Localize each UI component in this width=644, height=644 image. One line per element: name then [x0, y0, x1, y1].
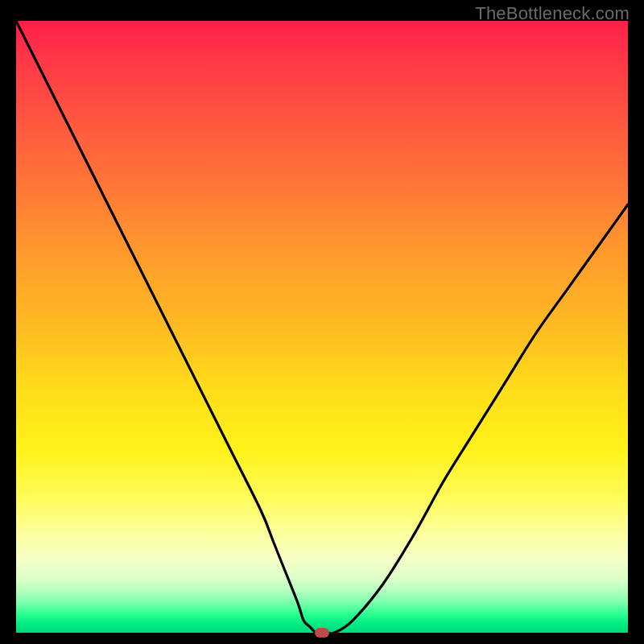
plot-area: [16, 21, 628, 633]
bottleneck-curve: [16, 21, 628, 634]
curve-svg: [16, 21, 628, 633]
chart-frame: TheBottleneck.com: [0, 0, 644, 644]
optimum-marker: [315, 628, 329, 638]
